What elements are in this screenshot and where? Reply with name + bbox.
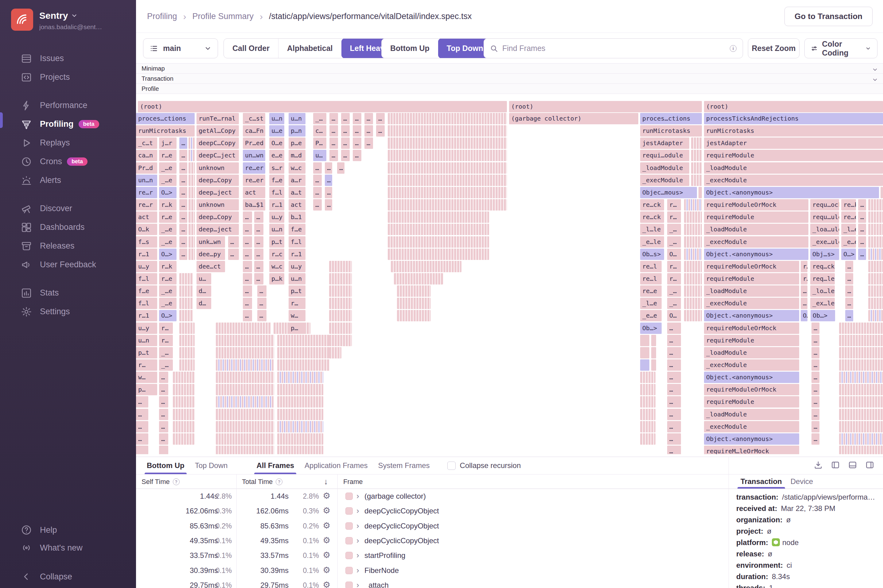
flame-frame[interactable]: jestAdapter xyxy=(640,138,689,149)
total-time-column-header[interactable]: Total Time? xyxy=(242,474,282,489)
flame-frame[interactable]: … xyxy=(159,396,168,408)
flame-frame-cluster[interactable] xyxy=(189,236,195,248)
flame-frame-cluster[interactable] xyxy=(839,335,883,346)
flame-frame[interactable] xyxy=(159,446,168,454)
flame-frame[interactable]: u…y xyxy=(288,261,305,272)
flame-frame[interactable]: p…t xyxy=(136,347,157,358)
sidebar-item-collapse[interactable]: Collapse xyxy=(0,568,136,585)
flame-frame[interactable]: requireM…leOrMock xyxy=(704,446,799,454)
flame-frame[interactable]: … xyxy=(667,322,681,334)
sort-option-call-order[interactable]: Call Order xyxy=(224,38,278,58)
flame-frame[interactable]: b…1 xyxy=(288,212,305,223)
flame-frame[interactable]: req…le xyxy=(810,273,835,285)
flame-frame[interactable]: r… xyxy=(136,359,157,371)
flame-frame[interactable]: … xyxy=(845,298,853,309)
flame-frame[interactable]: _l…e xyxy=(841,224,856,235)
flame-frame-cluster[interactable] xyxy=(684,298,702,309)
flame-frame-cluster[interactable] xyxy=(179,285,193,297)
flame-frame[interactable]: … xyxy=(159,409,168,420)
flame-frame-cluster[interactable] xyxy=(179,322,195,334)
flame-frame[interactable]: … xyxy=(667,409,681,420)
flame-frame[interactable]: … xyxy=(179,138,187,149)
section-profile[interactable]: Profile xyxy=(136,84,883,94)
flame-frame[interactable]: r…1 xyxy=(136,310,157,321)
flame-frame[interactable]: unknown xyxy=(197,199,239,210)
flame-frame-cluster[interactable] xyxy=(640,421,655,432)
flame-frame[interactable]: _…e xyxy=(159,175,177,186)
flame-frame[interactable]: d… xyxy=(197,298,211,309)
flame-frame[interactable]: ca…Fn xyxy=(243,125,265,136)
flame-frame[interactable]: Object.<anonymous> xyxy=(704,372,799,383)
flame-frame[interactable]: Obj…s> xyxy=(810,249,839,260)
flame-frame[interactable]: _…e xyxy=(159,285,177,297)
search-input[interactable] xyxy=(502,44,725,53)
flame-frame-cluster[interactable] xyxy=(839,446,883,454)
flame-frame[interactable]: _… xyxy=(313,113,326,124)
flame-frame[interactable]: … xyxy=(254,273,263,285)
flame-frame[interactable]: … xyxy=(325,175,332,186)
flame-frame[interactable] xyxy=(698,187,702,198)
flame-frame-cluster[interactable] xyxy=(388,187,507,198)
flame-frame-cluster[interactable] xyxy=(839,347,883,358)
flame-frame-cluster[interactable] xyxy=(868,285,883,297)
flame-frame-cluster[interactable] xyxy=(216,434,274,445)
flame-frame[interactable]: … xyxy=(341,138,350,149)
flame-frame-cluster[interactable] xyxy=(684,236,702,248)
tab-application-frames[interactable]: Application Frames xyxy=(299,457,373,474)
flame-frame-cluster[interactable] xyxy=(216,372,274,383)
flame-frame[interactable]: … xyxy=(341,150,350,161)
flame-frame[interactable] xyxy=(640,359,649,371)
flame-frame-cluster[interactable] xyxy=(839,409,883,420)
flame-frame-cluster[interactable] xyxy=(216,347,274,358)
flame-frame[interactable]: … xyxy=(845,285,853,297)
sidebar-item-help[interactable]: Help xyxy=(0,521,136,539)
flame-frame-cluster[interactable] xyxy=(868,310,883,321)
breadcrumb-profiling[interactable]: Profiling xyxy=(147,12,177,21)
flame-frame[interactable]: re…l xyxy=(640,273,662,285)
flame-frame[interactable]: … xyxy=(811,322,820,334)
flame-frame[interactable]: _e…le xyxy=(640,236,664,248)
flame-frame-cluster[interactable] xyxy=(173,434,194,445)
flame-frame[interactable]: r…1 xyxy=(269,199,284,210)
frame-settings-gear-icon[interactable]: ⚙ xyxy=(323,519,330,533)
flame-frame-cluster[interactable] xyxy=(189,187,195,198)
direction-option-bottom-up[interactable]: Bottom Up xyxy=(381,38,438,58)
flame-frame[interactable]: … xyxy=(667,384,681,395)
table-row[interactable]: 33.57ms0.1%33.57ms0.1%⚙›startProfiling xyxy=(136,548,728,563)
flame-frame[interactable]: … xyxy=(667,335,681,346)
flame-frame[interactable]: w…c xyxy=(288,162,305,174)
details-tab-transaction[interactable]: Transaction xyxy=(736,474,786,489)
flame-frame[interactable]: … xyxy=(858,249,866,260)
sidebar-item-releases[interactable]: Releases xyxy=(0,237,136,255)
flame-frame-cluster[interactable] xyxy=(179,273,193,285)
flame-frame[interactable]: … xyxy=(257,285,266,297)
flame-frame[interactable]: f…s xyxy=(136,236,157,248)
flame-frame[interactable]: f…l xyxy=(136,298,157,309)
flame-frame[interactable]: … xyxy=(325,162,332,174)
flame-frame[interactable]: deep…ject xyxy=(197,224,239,235)
frame-settings-gear-icon[interactable]: ⚙ xyxy=(323,533,330,548)
flame-frame-cluster[interactable] xyxy=(179,310,193,321)
flame-frame[interactable]: … xyxy=(365,113,373,124)
sidebar-item-settings[interactable]: Settings xyxy=(0,302,136,321)
flame-frame-cluster[interactable] xyxy=(277,372,323,383)
flame-frame-cluster[interactable] xyxy=(329,310,352,321)
flame-frame-cluster[interactable] xyxy=(277,384,323,395)
flame-frame[interactable]: … xyxy=(136,409,148,420)
sidebar-item-stats[interactable]: Stats xyxy=(0,284,136,302)
flame-frame[interactable]: e…e xyxy=(269,150,284,161)
flame-frame[interactable]: u…n xyxy=(269,224,284,235)
expand-chevron-icon[interactable]: › xyxy=(356,519,359,533)
flame-frame[interactable]: Object.<anonymous> xyxy=(704,434,799,445)
expand-chevron-icon[interactable]: › xyxy=(356,504,359,518)
go-to-transaction-button[interactable]: Go to Transaction xyxy=(784,7,872,26)
flame-frame-cluster[interactable] xyxy=(868,212,883,223)
flame-frame-cluster[interactable] xyxy=(691,162,702,174)
flame-frame[interactable]: u… xyxy=(313,150,326,161)
flame-frame[interactable]: unk…wn xyxy=(197,236,225,248)
sidebar-item-user-feedback[interactable]: User Feedback xyxy=(0,255,136,274)
flame-frame[interactable]: w… xyxy=(136,372,157,383)
tab-top-down[interactable]: Top Down xyxy=(190,457,233,474)
flame-frame[interactable]: u…n xyxy=(136,335,157,346)
sidebar-item-discover[interactable]: Discover xyxy=(0,199,136,218)
